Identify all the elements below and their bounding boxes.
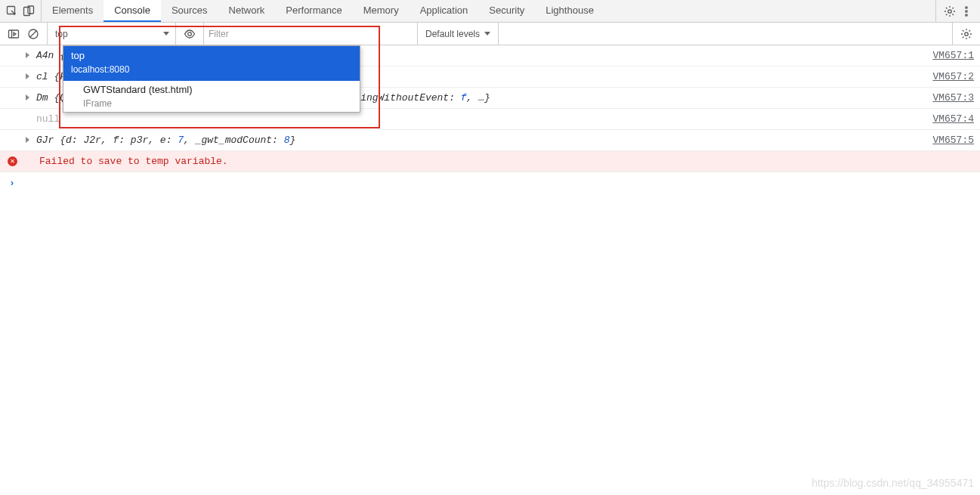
toolbar-leading [0, 23, 48, 45]
tab-lighthouse[interactable]: Lighthouse [535, 0, 604, 22]
execution-context-select[interactable]: top [48, 23, 176, 45]
dropdown-item-top[interactable]: top localhost:8080 [63, 46, 360, 81]
console-error-line[interactable]: ✕Failed to save to temp variable. [0, 151, 980, 172]
devtools-tabs-row: Elements Console Sources Network Perform… [0, 0, 980, 23]
tab-sources[interactable]: Sources [161, 0, 218, 22]
filter-cell [204, 23, 418, 45]
error-message: Failed to save to temp variable. [23, 154, 974, 169]
expand-arrow-icon[interactable] [26, 52, 29, 58]
source-link[interactable]: VM657:1 [932, 48, 974, 63]
more-menu-icon[interactable] [960, 5, 972, 17]
tab-security[interactable]: Security [478, 0, 535, 22]
watermark: https://blog.csdn.net/qq_34955471 [812, 477, 974, 489]
dropdown-frame-title: GWTStandard (test.html) [83, 84, 192, 95]
eye-icon [184, 28, 196, 40]
expand-arrow-icon[interactable] [26, 73, 29, 79]
log-levels-select[interactable]: Default levels [418, 23, 499, 45]
tab-memory[interactable]: Memory [353, 0, 410, 22]
inspect-icon[interactable] [6, 5, 18, 17]
dropdown-item-frame[interactable]: GWTStandard (test.html) [63, 81, 360, 98]
dropdown-item-frame-type: IFrame [63, 98, 360, 112]
clear-console-icon[interactable] [27, 28, 39, 40]
expand-arrow-icon[interactable] [26, 94, 29, 101]
svg-point-5 [966, 10, 967, 11]
dropdown-item-main-label: top [71, 49, 352, 63]
levels-label: Default levels [425, 29, 480, 39]
live-expression-cell[interactable] [176, 23, 204, 45]
console-prompt-line[interactable]: › [0, 172, 980, 187]
context-selected-label: top [55, 29, 68, 39]
expand-arrow-icon[interactable] [26, 137, 29, 143]
svg-point-6 [966, 14, 967, 15]
svg-point-10 [965, 32, 968, 35]
source-link[interactable]: VM657:4 [932, 112, 974, 126]
console-sidebar-toggle-icon[interactable] [8, 28, 20, 40]
chevron-down-icon [163, 32, 169, 36]
log-content: GJr {d: J2r, f: p3r, e: 7, _gwt_modCount… [23, 133, 923, 147]
device-toggle-icon[interactable] [23, 5, 35, 17]
tab-console[interactable]: Console [104, 0, 161, 22]
context-dropdown[interactable]: top localhost:8080 GWTStandard (test.htm… [63, 45, 360, 113]
source-link[interactable]: VM657:5 [932, 133, 974, 147]
filter-input[interactable] [209, 26, 413, 42]
svg-rect-1 [24, 7, 30, 15]
tab-application[interactable]: Application [410, 0, 479, 22]
dropdown-frame-type-label: IFrame [83, 98, 112, 109]
svg-point-3 [948, 9, 951, 12]
svg-point-4 [966, 6, 967, 8]
tab-elements[interactable]: Elements [42, 0, 104, 22]
tab-performance[interactable]: Performance [275, 0, 352, 22]
dropdown-item-sub-label: localhost:8080 [71, 63, 352, 76]
tail-icon-group [935, 0, 980, 22]
console-toolbar: top Default levels [0, 23, 980, 45]
settings-icon[interactable] [944, 5, 956, 17]
prompt-chevron-icon: › [9, 176, 15, 190]
log-content: null [23, 112, 923, 126]
gear-icon [960, 28, 972, 40]
chevron-down-icon [484, 32, 490, 36]
console-log-line[interactable]: GJr {d: J2r, f: p3r, e: 7, _gwt_modCount… [0, 130, 980, 151]
source-link[interactable]: VM657:3 [932, 91, 974, 105]
tab-network[interactable]: Network [218, 0, 276, 22]
main-tabs: Elements Console Sources Network Perform… [42, 0, 935, 22]
svg-point-9 [188, 32, 192, 36]
lead-icon-group [0, 0, 42, 22]
source-link[interactable]: VM657:2 [932, 70, 974, 84]
error-icon: ✕ [8, 156, 17, 166]
console-settings-cell[interactable] [952, 23, 980, 45]
